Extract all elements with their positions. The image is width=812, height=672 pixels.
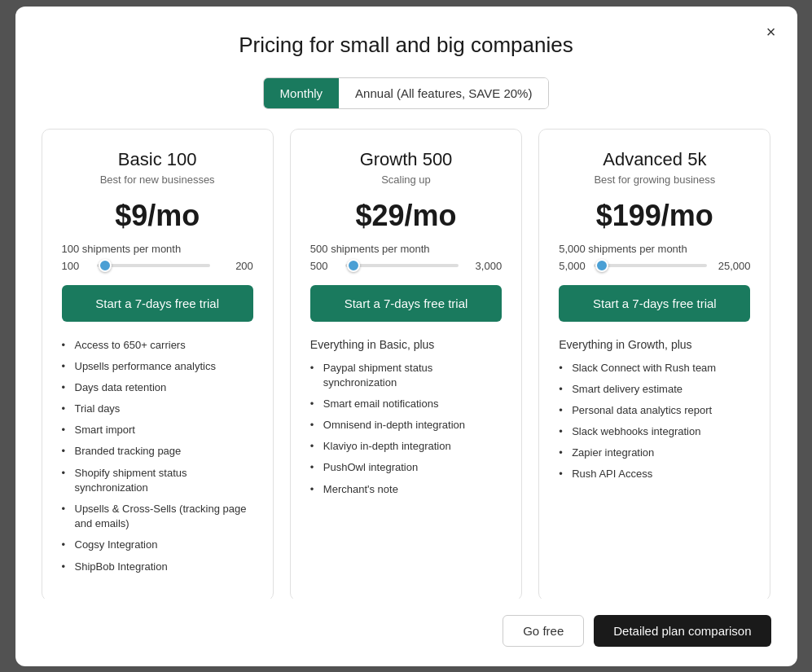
- list-item: ShipBob Integration: [62, 560, 253, 574]
- billing-toggle: Monthly Annual (All features, SAVE 20%): [42, 77, 771, 109]
- list-item: Slack webhooks integration: [559, 424, 750, 439]
- slider-thumb-advanced: [595, 259, 608, 272]
- plans-container: Basic 100 Best for new businesses $9/mo …: [42, 129, 771, 599]
- slider-row-advanced: 5,000 25,000: [559, 260, 750, 272]
- plan-shipments-growth: 500 shipments per month: [310, 243, 502, 255]
- list-item: Upsells performance analytics: [62, 359, 253, 374]
- modal-footer: Go free Detailed plan comparison: [42, 599, 771, 666]
- list-item: Rush API Access: [559, 467, 750, 481]
- plan-card-basic: Basic 100 Best for new businesses $9/mo …: [42, 129, 274, 599]
- plan-shipments-basic: 100 shipments per month: [62, 243, 253, 255]
- slider-row-growth: 500 3,000: [310, 260, 502, 272]
- list-item: Days data retention: [62, 380, 253, 395]
- plan-name-growth: Growth 500: [310, 149, 502, 170]
- list-item: Branded tracking page: [62, 444, 253, 459]
- trial-btn-growth[interactable]: Start a 7-days free trial: [310, 285, 502, 322]
- pricing-modal: × Pricing for small and big companies Mo…: [15, 7, 797, 666]
- annual-toggle[interactable]: Annual (All features, SAVE 20%): [339, 78, 548, 108]
- slider-row-basic: 100 200: [62, 260, 253, 272]
- features-intro-growth: Everything in Basic, plus: [310, 338, 502, 351]
- slider-min-basic: 100: [62, 260, 90, 272]
- slider-track-growth[interactable]: [345, 264, 459, 267]
- list-item: Smart import: [62, 423, 253, 437]
- slider-min-growth: 500: [310, 260, 339, 272]
- plan-name-advanced: Advanced 5k: [559, 149, 750, 170]
- detailed-comparison-button[interactable]: Detailed plan comparison: [594, 615, 770, 647]
- list-item: Personal data analytics report: [559, 403, 750, 418]
- slider-thumb-basic: [99, 259, 112, 272]
- list-item: Trial days: [62, 402, 253, 416]
- list-item: Smart email notifications: [310, 397, 502, 411]
- list-item: Shopify shipment status synchronization: [62, 466, 253, 495]
- slider-min-advanced: 5,000: [559, 260, 587, 272]
- features-intro-advanced: Everything in Growth, plus: [559, 338, 750, 351]
- slider-max-growth: 3,000: [465, 260, 502, 272]
- go-free-button[interactable]: Go free: [503, 615, 584, 647]
- list-item: PushOwl integration: [310, 460, 502, 475]
- feature-list-growth: Paypal shipment status synchronization S…: [310, 361, 502, 503]
- monthly-toggle[interactable]: Monthly: [264, 78, 340, 108]
- plan-tagline-growth: Scaling up: [310, 173, 502, 186]
- list-item: Omnisend in-depth integration: [310, 418, 502, 433]
- list-item: Cogsy Integration: [62, 538, 253, 552]
- plan-name-basic: Basic 100: [62, 149, 253, 170]
- list-item: Slack Connect with Rush team: [559, 361, 750, 376]
- list-item: Smart delivery estimate: [559, 382, 750, 397]
- modal-title: Pricing for small and big companies: [42, 33, 771, 58]
- list-item: Paypal shipment status synchronization: [310, 361, 502, 390]
- list-item: Access to 650+ carriers: [62, 338, 253, 353]
- slider-thumb-growth: [347, 259, 360, 272]
- plan-tagline-advanced: Best for growing business: [559, 173, 750, 186]
- slider-max-basic: 200: [217, 260, 253, 272]
- trial-btn-basic[interactable]: Start a 7-days free trial: [62, 285, 253, 322]
- plan-card-advanced: Advanced 5k Best for growing business $1…: [538, 129, 770, 599]
- toggle-group: Monthly Annual (All features, SAVE 20%): [263, 77, 550, 109]
- slider-track-advanced[interactable]: [594, 264, 707, 267]
- plan-price-growth: $29/mo: [310, 199, 502, 233]
- plan-shipments-advanced: 5,000 shipments per month: [559, 243, 750, 255]
- plan-price-advanced: $199/mo: [559, 199, 750, 233]
- list-item: Zapier integration: [559, 446, 750, 460]
- plan-card-growth: Growth 500 Scaling up $29/mo 500 shipmen…: [290, 129, 522, 599]
- slider-track-basic[interactable]: [97, 264, 210, 267]
- feature-list-basic: Access to 650+ carriers Upsells performa…: [62, 338, 253, 581]
- list-item: Merchant's note: [310, 482, 502, 497]
- close-button[interactable]: ×: [758, 20, 784, 46]
- trial-btn-advanced[interactable]: Start a 7-days free trial: [559, 285, 750, 322]
- plan-price-basic: $9/mo: [62, 199, 253, 233]
- feature-list-advanced: Slack Connect with Rush team Smart deliv…: [559, 361, 750, 489]
- slider-max-advanced: 25,000: [713, 260, 750, 272]
- plan-tagline-basic: Best for new businesses: [62, 173, 253, 186]
- list-item: Upsells & Cross-Sells (tracking page and…: [62, 502, 253, 531]
- list-item: Klaviyo in-depth integration: [310, 439, 502, 454]
- modal-overlay: × Pricing for small and big companies Mo…: [0, 0, 812, 672]
